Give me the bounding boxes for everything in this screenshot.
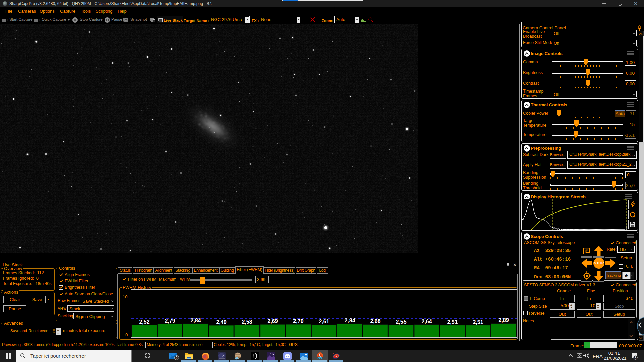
svg-text:2,52: 2,52: [139, 319, 149, 325]
svg-text:2,64: 2,64: [421, 319, 432, 324]
svg-text:2,70: 2,70: [293, 318, 303, 324]
svg-text:2,55: 2,55: [396, 319, 406, 325]
svg-text:2,49: 2,49: [216, 319, 226, 325]
svg-text:2,89: 2,89: [498, 317, 509, 323]
svg-text:2,51: 2,51: [473, 319, 483, 325]
svg-text:2,84: 2,84: [190, 318, 201, 323]
svg-text:2,58: 2,58: [241, 319, 252, 325]
svg-text:2,69: 2,69: [267, 318, 278, 324]
svg-text:2,61: 2,61: [319, 319, 329, 324]
svg-text:2,68: 2,68: [370, 318, 380, 324]
svg-text:2,84: 2,84: [344, 318, 355, 323]
svg-text:2,51: 2,51: [447, 319, 458, 325]
svg-text:2,79: 2,79: [165, 318, 175, 324]
